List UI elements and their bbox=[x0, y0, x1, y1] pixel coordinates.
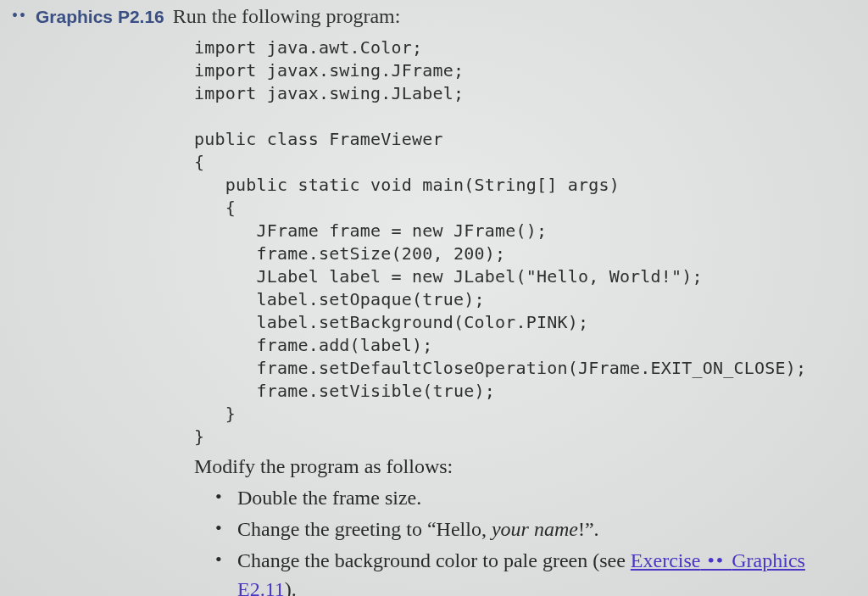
mod-text: Double the frame size. bbox=[237, 487, 421, 509]
mod-text: !”. bbox=[578, 518, 599, 540]
italic-text: your name bbox=[492, 518, 578, 540]
mod-text: ). bbox=[285, 578, 297, 596]
link-text: Exercise bbox=[631, 549, 701, 571]
difficulty-dots-icon: •• bbox=[12, 6, 27, 25]
exercise-label: Graphics P2.16 bbox=[36, 7, 164, 27]
heading-row: •• Graphics P2.16 Run the following prog… bbox=[12, 5, 843, 28]
modify-prompt: Modify the program as follows: bbox=[194, 455, 843, 478]
list-item: Change the greeting to “Hello, your name… bbox=[215, 515, 843, 544]
modification-list: Double the frame size. Change the greeti… bbox=[215, 483, 843, 596]
link-dots-icon: •• bbox=[700, 549, 732, 571]
list-item: Double the frame size. bbox=[215, 483, 843, 513]
exercise-prompt: Run the following program: bbox=[173, 5, 401, 28]
mod-text: Change the background color to pale gree… bbox=[237, 549, 631, 571]
exercise-page: •• Graphics P2.16 Run the following prog… bbox=[0, 0, 868, 596]
code-listing: import java.awt.Color; import javax.swin… bbox=[194, 36, 843, 448]
list-item: Change the background color to pale gree… bbox=[215, 546, 843, 596]
mod-text: Change the greeting to “Hello, bbox=[237, 518, 492, 540]
